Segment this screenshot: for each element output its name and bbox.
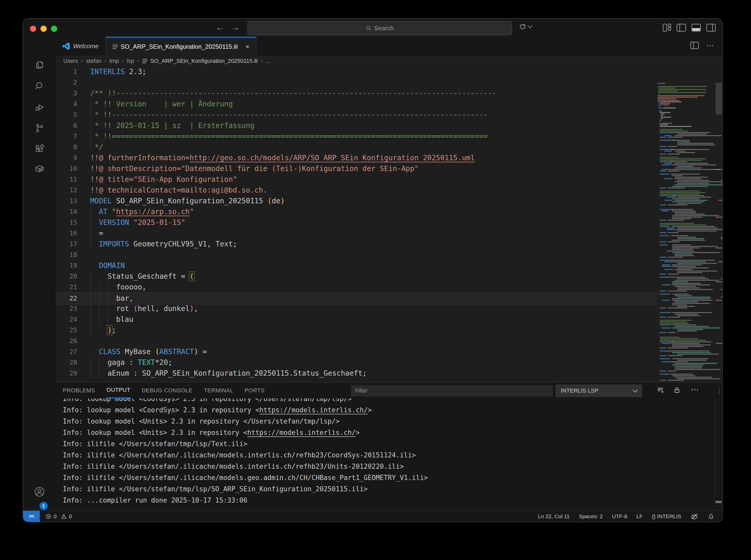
minimap-line bbox=[672, 217, 702, 218]
copilot-menu-button[interactable] bbox=[519, 23, 532, 30]
line-number: 4 bbox=[56, 99, 77, 109]
problems-status[interactable]: 0 0 bbox=[45, 513, 72, 519]
sidebar-item-source-control[interactable] bbox=[34, 122, 45, 134]
editor-actions-more-icon[interactable]: ⋯ bbox=[706, 44, 715, 47]
code-line[interactable]: 14 AT "https://arp.so.ch" bbox=[56, 206, 658, 217]
code-line[interactable]: 26 bbox=[56, 336, 658, 346]
accounts-button[interactable] bbox=[34, 486, 45, 498]
command-center-search[interactable]: Search bbox=[247, 21, 512, 35]
tab-welcome[interactable]: Welcome bbox=[56, 37, 106, 56]
customize-layout-button[interactable] bbox=[663, 24, 671, 31]
zoom-window-button[interactable] bbox=[51, 26, 57, 32]
code-line[interactable]: 10!!@ shortDescription="Datenmodell für … bbox=[56, 163, 658, 174]
nav-forward-icon[interactable]: → bbox=[230, 22, 240, 32]
code-line[interactable]: 23 rot (hell, dunkel), bbox=[56, 303, 658, 314]
editor-scrollbar-thumb[interactable] bbox=[716, 83, 722, 114]
code-line[interactable]: 7 * !!==================================… bbox=[56, 131, 658, 142]
code-line[interactable]: 11!!@ title="SEin-App Konfiguration" bbox=[56, 174, 658, 185]
code-line[interactable]: 20 Status_Geschaeft = ( bbox=[56, 271, 658, 282]
lock-scroll-button[interactable] bbox=[673, 386, 681, 394]
code-line[interactable]: 2 bbox=[56, 77, 658, 88]
toggle-panel-button[interactable] bbox=[692, 24, 701, 32]
code-line[interactable]: 16 = bbox=[56, 228, 658, 239]
code-line[interactable]: 5 * !!----------------------------------… bbox=[56, 109, 658, 120]
status-item[interactable]: {} INTERLIS bbox=[652, 513, 681, 519]
code-editor[interactable]: 1INTERLIS 2.3;23/** !!------------------… bbox=[56, 66, 722, 382]
breadcrumb-symbol[interactable]: ... bbox=[266, 58, 270, 64]
minimize-window-button[interactable] bbox=[40, 26, 47, 32]
breadcrumb-item[interactable]: lsp bbox=[127, 58, 134, 64]
code-line[interactable]: 27 CLASS MyBase (ABSTRACT) = bbox=[56, 346, 658, 357]
code-line[interactable]: 25 ); bbox=[56, 325, 658, 336]
minimap-line bbox=[661, 115, 663, 116]
minimap-line bbox=[677, 271, 717, 272]
code-line[interactable]: 3/** !!---------------------------------… bbox=[56, 88, 658, 99]
breadcrumb-item[interactable]: Users bbox=[63, 58, 78, 64]
minimap-line bbox=[660, 244, 668, 245]
toggle-primary-sidebar-button[interactable] bbox=[677, 24, 686, 32]
sidebar-item-explorer[interactable] bbox=[34, 59, 45, 71]
code-line[interactable]: 19 DOMAIN bbox=[56, 260, 658, 271]
code-line[interactable]: 29 aEnum : SO_ARP_SEin_Konfiguration_202… bbox=[56, 368, 658, 379]
sidebar-item-search[interactable] bbox=[34, 81, 45, 92]
panel-tab-terminal[interactable]: TERMINAL bbox=[204, 383, 233, 398]
code-text: IMPORTS GeometryCHLV95_V1, Text; bbox=[90, 239, 237, 249]
code-line[interactable]: 12!!@ technicalContact=mailto:agi@bd.so.… bbox=[56, 185, 658, 196]
notifications-bell-icon[interactable] bbox=[707, 513, 715, 520]
code-line[interactable]: 24 blau bbox=[56, 314, 658, 325]
panel-scrollbar-thumb[interactable] bbox=[715, 501, 722, 503]
output-filter-input[interactable] bbox=[351, 385, 553, 396]
code-line[interactable]: 9!!@ furtherInformation=http://geo.so.ch… bbox=[56, 153, 658, 163]
code-line[interactable]: 28 gaga : TEXT*20; bbox=[56, 357, 658, 368]
code-line[interactable]: 17 IMPORTS GeometryCHLV95_V1, Text; bbox=[56, 239, 658, 249]
minimap-line bbox=[672, 303, 710, 304]
toggle-secondary-sidebar-button[interactable] bbox=[706, 24, 716, 32]
code-line[interactable]: 15 VERSION "2025-01-15" bbox=[56, 217, 658, 228]
minimap-line bbox=[659, 111, 662, 112]
output-log[interactable]: Info: lookup model <CoordSys> 2.3 in rep… bbox=[56, 383, 715, 511]
split-editor-button[interactable] bbox=[691, 42, 699, 49]
output-link[interactable]: https://models.interlis.ch/ bbox=[247, 429, 356, 436]
nav-back-icon[interactable]: ← bbox=[215, 22, 225, 32]
breadcrumb-item[interactable]: stefan bbox=[86, 58, 102, 64]
breadcrumb-file[interactable]: SO_ARP_SEin_Konfiguration_20250115.ili bbox=[150, 58, 258, 64]
minimap-line bbox=[668, 355, 683, 356]
code-line[interactable]: 8 */ bbox=[56, 142, 658, 153]
code-line[interactable]: 13MODEL SO_ARP_SEin_Konfiguration_202501… bbox=[56, 196, 658, 206]
remote-indicator[interactable]: >< bbox=[23, 511, 40, 522]
minimap-line bbox=[670, 112, 671, 113]
output-link[interactable]: https://models.interlis.ch/ bbox=[259, 406, 368, 414]
minimap-line bbox=[658, 89, 706, 90]
code-line[interactable]: 4 * !! Version | wer | Änderung bbox=[56, 99, 658, 109]
tab-active-file[interactable]: SO_ARP_SEin_Konfiguration_20250115.ili × bbox=[106, 37, 257, 56]
clear-output-button[interactable] bbox=[656, 386, 664, 394]
output-channel-select[interactable]: INTERLIS LSP bbox=[556, 385, 642, 397]
line-number: 16 bbox=[56, 228, 77, 239]
code-line[interactable]: 18 bbox=[56, 249, 658, 260]
code-text: rot (hell, dunkel), bbox=[90, 303, 198, 314]
minimap[interactable] bbox=[658, 66, 715, 382]
sidebar-item-run-debug[interactable] bbox=[34, 102, 45, 113]
code-line[interactable]: 22 bar, bbox=[56, 293, 658, 304]
code-line[interactable]: 1INTERLIS 2.3; bbox=[56, 66, 658, 77]
panel-tab-output[interactable]: OUTPUT bbox=[106, 383, 130, 398]
status-item[interactable]: Ln 22, Col 11 bbox=[538, 513, 570, 519]
close-window-button[interactable] bbox=[30, 26, 36, 32]
code-line[interactable]: 6 * !! 2025-01-15 | sz | Ersterfassung bbox=[56, 120, 658, 131]
panel-more-actions-icon[interactable]: ⋯ bbox=[691, 386, 699, 393]
sidebar-item-containers[interactable] bbox=[34, 163, 45, 174]
sidebar-item-extensions[interactable] bbox=[34, 143, 45, 154]
breadcrumb-item[interactable]: tmp bbox=[109, 58, 119, 64]
close-tab-icon[interactable]: × bbox=[246, 43, 249, 51]
status-item[interactable]: LF bbox=[636, 513, 643, 519]
status-item[interactable]: Spaces: 2 bbox=[579, 513, 603, 519]
status-item[interactable]: UTF-8 bbox=[612, 513, 627, 519]
breadcrumb[interactable]: Users›stefan›tmp›lsp›SO_ARP_SEin_Konfigu… bbox=[56, 56, 722, 66]
code-line[interactable]: 21 fooooo, bbox=[56, 282, 658, 293]
copilot-disabled-icon[interactable] bbox=[691, 513, 698, 520]
line-number: 17 bbox=[56, 239, 77, 249]
panel-tab-ports[interactable]: PORTS bbox=[245, 383, 265, 398]
panel-tab-debug-console[interactable]: DEBUG CONSOLE bbox=[142, 383, 192, 398]
code-text: !!@ title="SEin-App Konfiguration" bbox=[90, 174, 237, 185]
panel-tab-problems[interactable]: PROBLEMS bbox=[63, 383, 95, 398]
